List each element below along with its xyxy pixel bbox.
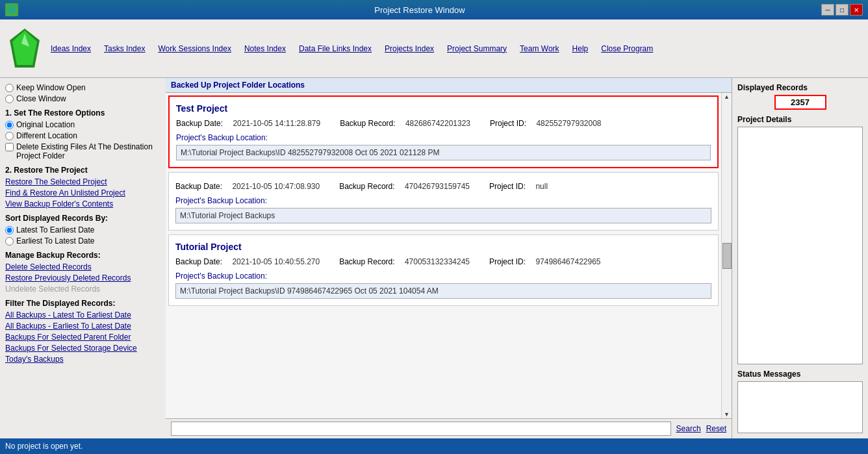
backup-date-label-1: Backup Date: [176, 119, 223, 128]
filter-all-latest-link[interactable]: All Backups - Latest To Earliest Date [5, 310, 160, 320]
delete-files-checkbox[interactable] [5, 143, 14, 151]
close-window-radio[interactable] [5, 95, 14, 103]
original-location-option[interactable]: Original Location [5, 120, 160, 129]
filter-todays-link[interactable]: Today's Backups [5, 355, 160, 364]
navbar: Ideas Index Tasks Index Work Sessions In… [0, 19, 868, 78]
table-row[interactable]: Test Project Backup Date: 2021-10-05 14:… [168, 95, 719, 168]
main-layout: Keep Window Open Close Window 1. Set The… [0, 78, 868, 438]
delete-selected-link[interactable]: Delete Selected Records [5, 262, 160, 271]
backup-record-3: 470053132334245 [405, 257, 470, 266]
close-window-option[interactable]: Close Window [5, 94, 160, 103]
sort-latest-label: Latest To Earliest Date [16, 225, 95, 234]
status-messages-box [737, 381, 863, 433]
table-row[interactable]: Tutorial Project Backup Date: 2021-10-05… [168, 234, 719, 306]
find-restore-link[interactable]: Find & Restore An Unlisted Project [5, 188, 160, 197]
content-area: Backed Up Project Folder Locations Test … [166, 78, 732, 438]
keep-open-label: Keep Window Open [16, 83, 86, 92]
nav-help[interactable]: Help [572, 44, 589, 53]
displayed-records-value: 2357 [774, 95, 826, 110]
app-logo [5, 26, 44, 71]
nav-links: Ideas Index Tasks Index Work Sessions In… [51, 44, 653, 53]
location-label-3: Project's Backup Location: [175, 271, 711, 281]
window-controls: ─ □ ✕ [821, 4, 863, 16]
reset-button[interactable]: Reset [706, 424, 726, 433]
nav-work-sessions-index[interactable]: Work Sessions Index [158, 44, 231, 53]
table-row[interactable]: Backup Date: 2021-10-05 10:47:08.930 Bac… [168, 172, 719, 231]
restore-selected-link[interactable]: Restore The Selected Project [5, 177, 160, 186]
restore-project-title: 2. Restore The Project [5, 166, 160, 175]
different-location-label: Different Location [16, 131, 77, 140]
status-bar: No project is open yet. [0, 438, 868, 454]
records-scroll-down[interactable]: ▼ [724, 411, 730, 418]
records-list: Test Project Backup Date: 2021-10-05 14:… [166, 93, 721, 418]
backup-date-3: 2021-10-05 10:40:55.270 [232, 257, 320, 266]
location-value-1: M:\Tutorial Project Backups\ID 482552797… [176, 145, 711, 160]
close-button[interactable]: ✕ [850, 4, 863, 16]
record-meta-3: Backup Date: 2021-10-05 10:40:55.270 Bac… [175, 257, 711, 266]
search-button[interactable]: Search [676, 424, 701, 433]
records-scroll-up[interactable]: ▲ [724, 94, 730, 100]
content-header: Backed Up Project Folder Locations [166, 78, 732, 93]
nav-ideas-index[interactable]: Ideas Index [51, 44, 91, 53]
maximize-button[interactable]: □ [836, 4, 849, 16]
keep-open-option[interactable]: Keep Window Open [5, 83, 160, 92]
nav-close-program[interactable]: Close Program [601, 44, 653, 53]
sort-latest-option[interactable]: Latest To Earliest Date [5, 225, 160, 234]
record-title-3: Tutorial Project [175, 242, 711, 252]
backup-record-label-2: Backup Record: [339, 182, 394, 191]
filter-selected-storage-link[interactable]: Backups For Selected Storage Device [5, 344, 160, 353]
original-location-radio[interactable] [5, 121, 14, 129]
manage-title: Manage Backup Records: [5, 251, 160, 260]
backup-date-1: 2021-10-05 14:11:28.879 [233, 119, 320, 128]
backup-date-2: 2021-10-05 10:47:08.930 [232, 182, 320, 191]
sort-earliest-option[interactable]: Earliest To Latest Date [5, 236, 160, 246]
search-input[interactable] [171, 422, 671, 436]
record-meta-1: Backup Date: 2021-10-05 14:11:28.879 Bac… [176, 119, 711, 128]
delete-files-option[interactable]: Delete Existing Files At The Destination… [5, 142, 160, 160]
project-details-box [737, 127, 863, 364]
different-location-radio[interactable] [5, 132, 14, 140]
minimize-button[interactable]: ─ [821, 4, 834, 16]
original-location-label: Original Location [16, 120, 75, 129]
backup-date-label-2: Backup Date: [175, 182, 222, 191]
nav-project-summary[interactable]: Project Summary [447, 44, 507, 53]
title-bar-icon [5, 3, 18, 16]
project-id-2: null [535, 182, 548, 191]
record-meta-2: Backup Date: 2021-10-05 10:47:08.930 Bac… [175, 182, 711, 191]
sort-latest-radio[interactable] [5, 226, 14, 234]
different-location-option[interactable]: Different Location [5, 131, 160, 140]
status-messages-title: Status Messages [737, 370, 863, 379]
content-body: Test Project Backup Date: 2021-10-05 14:… [166, 93, 732, 418]
undelete-link: Undelete Selected Records [5, 284, 160, 294]
nav-projects-index[interactable]: Projects Index [385, 44, 434, 53]
project-id-1: 482552797932008 [536, 119, 601, 128]
records-scroll-thumb[interactable] [722, 243, 732, 269]
restore-deleted-link[interactable]: Restore Previously Deleted Records [5, 273, 160, 283]
location-label-2: Project's Backup Location: [175, 196, 711, 205]
status-messages-section: Status Messages [737, 370, 863, 433]
nav-team-work[interactable]: Team Work [520, 44, 559, 53]
nav-tasks-index[interactable]: Tasks Index [104, 44, 145, 53]
filter-all-earliest-link[interactable]: All Backups - Earliest To Latest Date [5, 322, 160, 331]
backup-record-1: 482686742201323 [405, 119, 470, 128]
restore-options-title: 1. Set The Restore Options [5, 108, 160, 118]
project-id-label-3: Project ID: [489, 257, 526, 266]
project-id-3: 974986467422965 [535, 257, 600, 266]
backup-date-label-3: Backup Date: [175, 257, 222, 266]
restore-location-group: Original Location Different Location Del… [5, 120, 160, 160]
close-window-label: Close Window [16, 94, 66, 103]
sort-earliest-radio[interactable] [5, 237, 14, 246]
title-bar: Project Restore Window ─ □ ✕ [0, 0, 868, 19]
sidebar-container: Keep Window Open Close Window 1. Set The… [0, 78, 166, 438]
keep-open-radio[interactable] [5, 84, 14, 92]
project-id-label-1: Project ID: [490, 119, 526, 128]
nav-data-file-links-index[interactable]: Data File Links Index [299, 44, 372, 53]
nav-notes-index[interactable]: Notes Index [244, 44, 286, 53]
displayed-records-section: Displayed Records 2357 [737, 83, 863, 110]
records-scrollbar[interactable]: ▲ ▼ [721, 93, 732, 418]
displayed-records-title: Displayed Records [737, 83, 863, 92]
backup-record-2: 470426793159745 [405, 182, 470, 191]
filter-selected-parent-link[interactable]: Backups For Selected Parent Folder [5, 333, 160, 342]
status-message: No project is open yet. [5, 442, 83, 451]
view-backup-link[interactable]: View Backup Folder's Contents [5, 199, 160, 208]
